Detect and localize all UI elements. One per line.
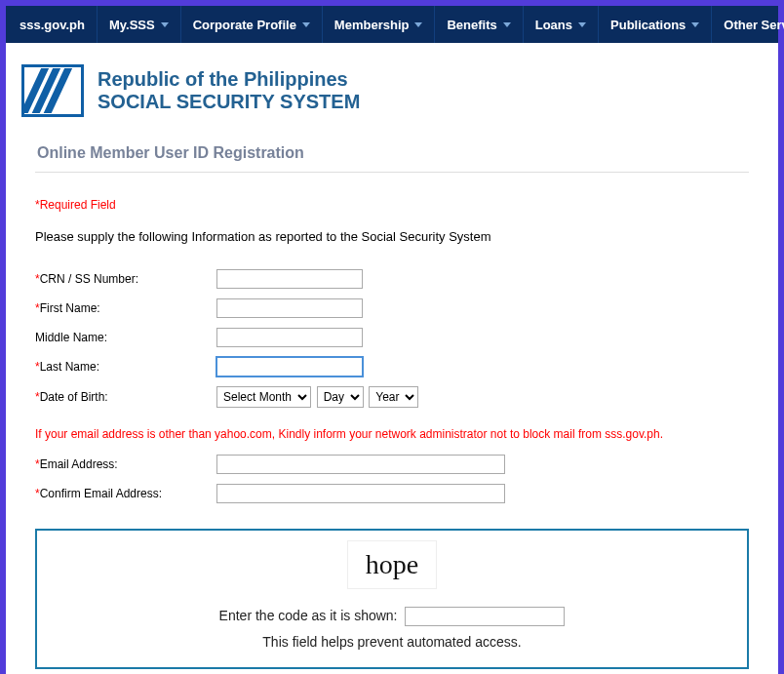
nav-item-other-services[interactable]: Other Services	[712, 6, 784, 43]
nav-label: Corporate Profile	[193, 18, 296, 32]
middle-name-input[interactable]	[216, 328, 363, 347]
label-dob: *Date of Birth:	[35, 390, 216, 404]
top-nav: sss.gov.ph My.SSS Corporate Profile Memb…	[6, 6, 778, 43]
form-instruction: Please supply the following Information …	[35, 229, 749, 244]
dob-year-select[interactable]: Year	[369, 386, 418, 408]
nav-label: sss.gov.ph	[20, 18, 85, 32]
form-row-confirm-email: *Confirm Email Address:	[35, 484, 749, 503]
chevron-down-icon	[414, 22, 422, 27]
required-note: *Required Field	[35, 198, 749, 212]
form-row-crn: *CRN / SS Number:	[35, 269, 749, 289]
dob-selects: Select Month Day Year	[216, 386, 420, 408]
nav-label: Membership	[334, 18, 410, 32]
chevron-down-icon	[691, 22, 699, 27]
label-last-name: *Last Name:	[35, 360, 216, 374]
site-title-line1: Republic of the Philippines	[98, 68, 360, 91]
crn-input[interactable]	[216, 269, 363, 289]
nav-label: Benefits	[447, 18, 496, 32]
label-middle-name: Middle Name:	[35, 331, 216, 344]
first-name-input[interactable]	[216, 298, 363, 318]
nav-item-benefits[interactable]: Benefits	[435, 6, 523, 43]
nav-item-membership[interactable]: Membership	[323, 6, 436, 43]
captcha-help: This field helps prevent automated acces…	[45, 634, 739, 650]
chevron-down-icon	[503, 22, 511, 27]
last-name-input[interactable]	[216, 357, 363, 377]
captcha-image: hope	[347, 540, 437, 589]
content-area: Republic of the Philippines SOCIAL SECUR…	[6, 43, 778, 674]
form-row-dob: *Date of Birth: Select Month Day Year	[35, 386, 749, 408]
nav-item-loans[interactable]: Loans	[524, 6, 599, 43]
label-first-name: *First Name:	[35, 301, 216, 315]
divider	[35, 172, 749, 173]
nav-item-corporate-profile[interactable]: Corporate Profile	[181, 6, 323, 43]
captcha-box: hope Enter the code as it is shown: This…	[35, 529, 749, 669]
label-confirm-email: *Confirm Email Address:	[35, 487, 216, 500]
chevron-down-icon	[302, 22, 310, 27]
page-container: sss.gov.ph My.SSS Corporate Profile Memb…	[6, 6, 778, 674]
form-row-email: *Email Address:	[35, 455, 749, 474]
nav-item-mysss[interactable]: My.SSS	[98, 6, 181, 43]
nav-label: Other Services	[724, 18, 784, 32]
nav-item-home[interactable]: sss.gov.ph	[6, 6, 98, 43]
captcha-prompt-row: Enter the code as it is shown:	[45, 607, 739, 626]
form-row-middle-name: Middle Name:	[35, 328, 749, 347]
nav-label: Publications	[610, 18, 686, 32]
sss-logo-icon	[21, 64, 84, 117]
chevron-down-icon	[161, 22, 169, 27]
dob-month-select[interactable]: Select Month	[216, 386, 311, 408]
nav-label: My.SSS	[109, 18, 155, 32]
site-header: Republic of the Philippines SOCIAL SECUR…	[21, 64, 763, 117]
captcha-input[interactable]	[405, 607, 565, 626]
site-title: Republic of the Philippines SOCIAL SECUR…	[98, 68, 360, 113]
chevron-down-icon	[578, 22, 586, 27]
label-crn: *CRN / SS Number:	[35, 272, 216, 286]
nav-label: Loans	[535, 18, 572, 32]
page-title: Online Member User ID Registration	[37, 144, 763, 162]
email-note: If your email address is other than yaho…	[35, 427, 749, 441]
form-row-last-name: *Last Name:	[35, 357, 749, 377]
email-input[interactable]	[216, 455, 505, 474]
dob-day-select[interactable]: Day	[317, 386, 364, 408]
registration-form: *Required Field Please supply the follow…	[21, 198, 763, 674]
nav-item-publications[interactable]: Publications	[599, 6, 712, 43]
label-email: *Email Address:	[35, 457, 216, 471]
form-row-first-name: *First Name:	[35, 298, 749, 318]
captcha-prompt: Enter the code as it is shown:	[219, 608, 398, 623]
captcha-text: hope	[366, 549, 418, 579]
confirm-email-input[interactable]	[216, 484, 505, 503]
site-title-line2: SOCIAL SECURITY SYSTEM	[98, 91, 360, 113]
